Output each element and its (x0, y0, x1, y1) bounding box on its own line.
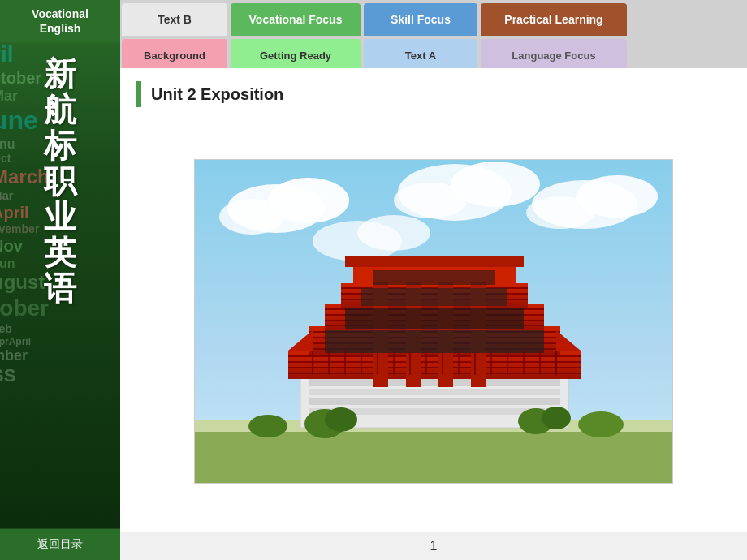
svg-rect-46 (325, 330, 544, 353)
svg-point-3 (219, 199, 284, 235)
char-6: 英 (44, 235, 76, 271)
svg-point-9 (526, 196, 594, 229)
svg-rect-39 (345, 256, 524, 267)
char-7: 语 (44, 271, 76, 307)
page-number: 1 (120, 532, 747, 560)
back-to-menu-button[interactable]: 返回目录 (0, 528, 120, 560)
svg-rect-17 (309, 398, 560, 405)
nav-row-2: Background Getting Ready Text A Language… (120, 36, 747, 68)
tab-getting-ready[interactable]: Getting Ready (231, 39, 361, 71)
svg-point-11 (357, 215, 430, 251)
svg-rect-19 (288, 351, 581, 379)
char-5: 业 (44, 200, 76, 235)
main-content: Text B Vocational Focus Skill Focus Prac… (120, 0, 747, 560)
char-2: 航 (44, 93, 76, 128)
sidebar-title-line2: English (40, 22, 81, 35)
unit-title: Unit 2 Exposition (151, 85, 283, 104)
sidebar-chinese-title: 新 航 标 职 业 英 语 (0, 49, 120, 307)
svg-point-6 (394, 183, 467, 218)
unit-title-bar: Unit 2 Exposition (136, 81, 731, 107)
nav-row-1: Text B Vocational Focus Skill Focus Prac… (120, 0, 747, 36)
tab-skill-focus[interactable]: Skill Focus (364, 3, 477, 36)
char-1: 新 (44, 57, 76, 93)
svg-rect-15 (309, 379, 560, 386)
expo-building-image (194, 159, 673, 484)
tab-vocational-focus[interactable]: Vocational Focus (231, 3, 361, 36)
svg-point-67 (325, 407, 357, 432)
svg-point-70 (578, 411, 624, 437)
svg-point-71 (248, 415, 287, 437)
tab-practical-learning[interactable]: Practical Learning (481, 3, 627, 36)
tab-text-a[interactable]: Text A (364, 39, 477, 71)
title-accent-bar (136, 81, 141, 107)
sidebar-title-line1: Vocational (32, 7, 89, 20)
tab-background[interactable]: Background (122, 39, 227, 71)
svg-rect-49 (374, 270, 495, 285)
char-3: 标 (44, 128, 76, 164)
main-image-container (136, 123, 731, 519)
svg-rect-47 (345, 308, 524, 329)
tab-language-focus[interactable]: Language Focus (481, 39, 627, 71)
sidebar-header: Vocational English (0, 0, 120, 42)
svg-point-69 (542, 407, 571, 429)
svg-rect-16 (309, 389, 560, 395)
tab-text-b[interactable]: Text B (122, 3, 227, 36)
sidebar: Vocational English ril ctober Mar une en… (0, 0, 120, 560)
svg-rect-48 (361, 288, 507, 306)
content-area: Unit 2 Exposition (120, 68, 747, 532)
char-4: 职 (44, 164, 76, 200)
